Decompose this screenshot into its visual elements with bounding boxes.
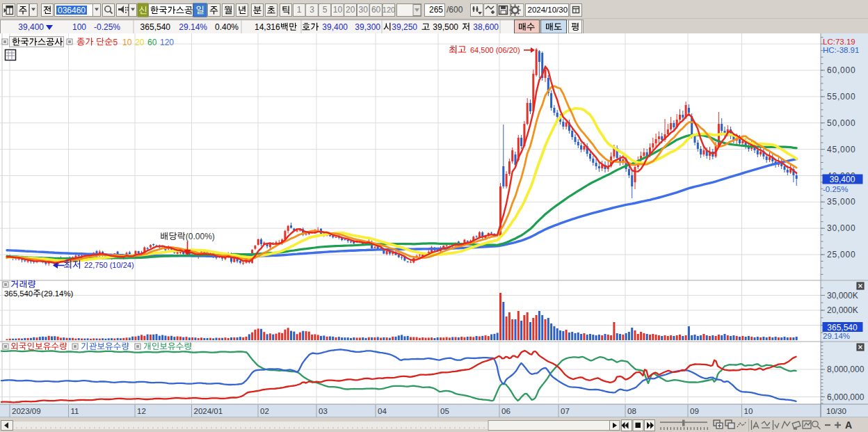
svg-text:(0.00%): (0.00%) [186,232,215,241]
svg-text:25,000: 25,000 [827,250,856,259]
svg-text:45,000: 45,000 [827,145,856,154]
svg-text:12: 12 [137,407,146,415]
svg-text:39,250: 39,250 [392,22,417,32]
svg-text:06: 06 [501,407,511,415]
svg-text:30: 30 [359,5,369,15]
svg-text:39,500: 39,500 [433,22,458,32]
svg-text:20: 20 [346,5,355,15]
svg-text:10: 10 [744,407,753,415]
svg-text:03: 03 [319,407,328,415]
svg-text:120: 120 [383,6,395,14]
svg-text:35,000: 35,000 [827,197,856,207]
svg-text:07: 07 [561,407,570,415]
svg-text:2023/09: 2023/09 [12,407,41,415]
svg-text:38,600: 38,600 [473,22,499,32]
svg-text:11: 11 [71,407,79,415]
svg-text:60,000: 60,000 [827,65,856,75]
svg-text:14,316: 14,316 [255,22,280,32]
svg-text:LC:73.19: LC:73.19 [823,38,855,46]
svg-text:39,400: 39,400 [322,22,348,32]
svg-text:2024/10/30: 2024/10/30 [528,6,568,14]
svg-text:5: 5 [323,5,328,15]
svg-text:-0.25%: -0.25% [94,22,120,32]
svg-text:365,540: 365,540 [140,22,171,32]
svg-text:39,400: 39,400 [18,22,44,32]
svg-text:120: 120 [160,38,174,47]
svg-text:64,500 (06/20): 64,500 (06/20) [470,46,520,54]
svg-text:365,540: 365,540 [827,323,858,333]
svg-text:39,300: 39,300 [355,22,380,32]
svg-text:39,400: 39,400 [830,175,855,184]
svg-text:100: 100 [72,22,86,32]
svg-text:5: 5 [113,38,118,47]
svg-text:55,000: 55,000 [827,92,856,102]
svg-text:HC:-38.91: HC:-38.91 [823,46,859,54]
svg-text:29.14%: 29.14% [179,22,207,32]
svg-text:50,000: 50,000 [827,118,856,128]
svg-text:10: 10 [122,38,132,47]
svg-text:20,000K: 20,000K [827,305,858,315]
svg-text:30,000K: 30,000K [827,291,858,301]
svg-text:08: 08 [627,407,636,415]
svg-text:22,750 (10/24): 22,750 (10/24) [84,261,134,269]
svg-text:/600: /600 [447,5,463,15]
svg-text:365,540: 365,540 [4,289,33,298]
svg-text:2024/01: 2024/01 [194,407,223,415]
svg-text:10: 10 [333,5,343,15]
svg-text:60: 60 [371,5,381,15]
svg-text:30,000: 30,000 [827,223,856,233]
svg-text:1: 1 [297,5,302,15]
svg-text:8,000,000: 8,000,000 [827,365,865,374]
svg-text:29.14%: 29.14% [823,332,850,340]
svg-text:(29.14%): (29.14%) [41,289,73,298]
svg-text:-0.25%: -0.25% [823,185,848,193]
svg-text:3: 3 [310,5,314,15]
svg-text:05: 05 [440,407,449,415]
svg-text:04: 04 [378,407,387,415]
svg-text:20: 20 [135,38,145,47]
svg-text:6,000,000: 6,000,000 [827,392,865,402]
svg-text:10/30: 10/30 [826,407,846,415]
svg-text:02: 02 [260,407,269,415]
svg-text:A: A [845,419,852,431]
svg-text:60: 60 [147,38,157,47]
svg-text:0.40%: 0.40% [215,22,239,32]
svg-text:265: 265 [429,5,443,15]
svg-text:036460: 036460 [58,6,86,15]
svg-text:09: 09 [690,407,699,415]
